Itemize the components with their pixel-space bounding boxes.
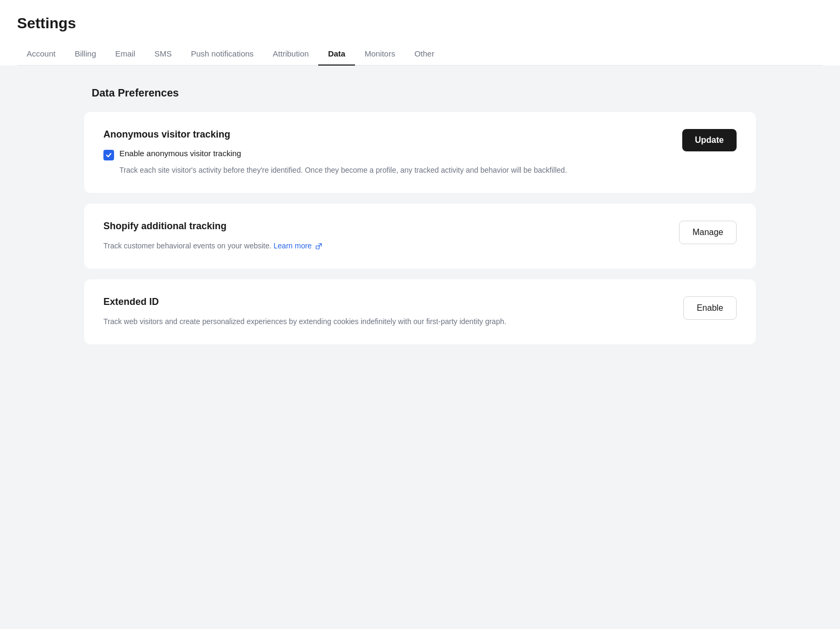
anonymous-tracking-checkbox[interactable] [103, 150, 114, 160]
enable-button[interactable]: Enable [683, 296, 737, 320]
anonymous-tracking-checkbox-label: Enable anonymous visitor tracking [119, 149, 241, 158]
anonymous-tracking-checkbox-row: Enable anonymous visitor tracking [103, 149, 669, 160]
shopify-tracking-card: Shopify additional tracking Track custom… [84, 204, 756, 269]
learn-more-label: Learn more [273, 241, 312, 250]
anonymous-tracking-title: Anonymous visitor tracking [103, 129, 669, 140]
anonymous-tracking-action: Update [682, 129, 737, 151]
extended-id-action: Enable [683, 296, 737, 320]
page-title: Settings [17, 15, 823, 32]
tab-email[interactable]: Email [106, 43, 145, 66]
extended-id-description: Track web visitors and create personaliz… [103, 316, 671, 327]
header: Settings Account Billing Email SMS Push … [0, 0, 840, 66]
shopify-tracking-action: Manage [679, 221, 737, 244]
external-link-icon [316, 243, 322, 249]
anonymous-tracking-description: Track each site visitor's activity befor… [119, 165, 669, 176]
extended-id-card: Extended ID Track web visitors and creat… [84, 279, 756, 344]
tab-account[interactable]: Account [17, 43, 65, 66]
anonymous-tracking-content: Anonymous visitor tracking Enable anonym… [103, 129, 669, 176]
tab-data[interactable]: Data [318, 43, 355, 66]
shopify-description-text: Track customer behavioral events on your… [103, 241, 271, 250]
shopify-tracking-title: Shopify additional tracking [103, 221, 666, 232]
tab-attribution[interactable]: Attribution [263, 43, 319, 66]
section-title: Data Preferences [17, 87, 823, 99]
update-button[interactable]: Update [682, 129, 737, 151]
nav-tabs: Account Billing Email SMS Push notificat… [17, 43, 823, 66]
shopify-tracking-content: Shopify additional tracking Track custom… [103, 221, 666, 252]
manage-button[interactable]: Manage [679, 221, 737, 244]
shopify-tracking-description: Track customer behavioral events on your… [103, 240, 666, 252]
tab-other[interactable]: Other [405, 43, 444, 66]
learn-more-link[interactable]: Learn more [273, 241, 321, 250]
tab-monitors[interactable]: Monitors [355, 43, 405, 66]
anonymous-tracking-card: Anonymous visitor tracking Enable anonym… [84, 112, 756, 193]
tab-billing[interactable]: Billing [65, 43, 106, 66]
extended-id-content: Extended ID Track web visitors and creat… [103, 296, 671, 327]
main-content: Data Preferences Anonymous visitor track… [0, 66, 840, 629]
tab-push-notifications[interactable]: Push notifications [181, 43, 263, 66]
tab-sms[interactable]: SMS [145, 43, 182, 66]
cards-container: Anonymous visitor tracking Enable anonym… [84, 112, 756, 344]
anonymous-tracking-body: Enable anonymous visitor tracking Track … [103, 149, 669, 176]
extended-id-title: Extended ID [103, 296, 671, 308]
